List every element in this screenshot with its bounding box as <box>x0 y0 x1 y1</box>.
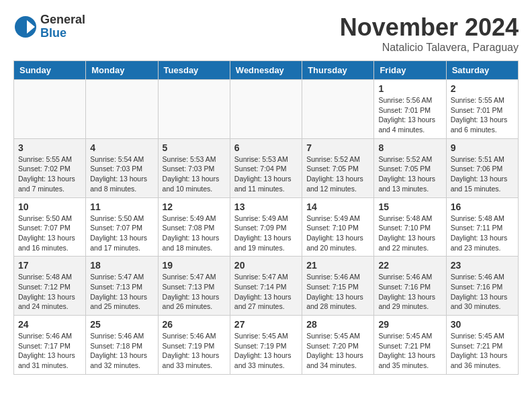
table-row: 13Sunrise: 5:49 AM Sunset: 7:09 PM Dayli… <box>230 197 302 257</box>
day-info: Sunrise: 5:53 AM Sunset: 7:03 PM Dayligh… <box>163 154 226 194</box>
day-info: Sunrise: 5:54 AM Sunset: 7:03 PM Dayligh… <box>90 154 153 194</box>
day-info: Sunrise: 5:46 AM Sunset: 7:17 PM Dayligh… <box>18 331 81 371</box>
page-header: General Blue November 2024 Natalicio Tal… <box>13 13 519 54</box>
day-number: 5 <box>163 142 226 153</box>
calendar-week-row: 17Sunrise: 5:48 AM Sunset: 7:12 PM Dayli… <box>14 257 519 316</box>
day-info: Sunrise: 5:47 AM Sunset: 7:13 PM Dayligh… <box>90 272 153 312</box>
day-number: 1 <box>378 83 441 94</box>
logo-blue: Blue <box>40 27 85 40</box>
day-number: 14 <box>306 201 369 212</box>
calendar-week-row: 1Sunrise: 5:56 AM Sunset: 7:01 PM Daylig… <box>14 80 519 139</box>
table-row: 21Sunrise: 5:46 AM Sunset: 7:15 PM Dayli… <box>302 257 374 316</box>
day-info: Sunrise: 5:55 AM Sunset: 7:01 PM Dayligh… <box>451 95 514 135</box>
logo-icon <box>13 15 38 39</box>
day-number: 8 <box>378 142 441 153</box>
calendar-week-row: 10Sunrise: 5:50 AM Sunset: 7:07 PM Dayli… <box>14 197 519 257</box>
day-number: 6 <box>234 142 298 153</box>
day-info: Sunrise: 5:46 AM Sunset: 7:16 PM Dayligh… <box>451 272 514 312</box>
day-info: Sunrise: 5:50 AM Sunset: 7:07 PM Dayligh… <box>90 214 153 253</box>
day-number: 20 <box>234 260 298 271</box>
table-row: 12Sunrise: 5:49 AM Sunset: 7:08 PM Dayli… <box>158 197 230 257</box>
header-wednesday: Wednesday <box>230 61 302 80</box>
day-info: Sunrise: 5:45 AM Sunset: 7:20 PM Dayligh… <box>306 331 369 371</box>
day-info: Sunrise: 5:49 AM Sunset: 7:08 PM Dayligh… <box>163 214 226 253</box>
table-row: 25Sunrise: 5:46 AM Sunset: 7:18 PM Dayli… <box>86 316 158 375</box>
table-row: 11Sunrise: 5:50 AM Sunset: 7:07 PM Dayli… <box>86 197 158 257</box>
day-info: Sunrise: 5:52 AM Sunset: 7:05 PM Dayligh… <box>306 154 369 194</box>
calendar-title-section: November 2024 Natalicio Talavera, Paragu… <box>340 13 519 54</box>
day-number: 13 <box>234 201 298 212</box>
table-row: 16Sunrise: 5:48 AM Sunset: 7:11 PM Dayli… <box>446 197 518 257</box>
day-number: 3 <box>18 142 81 153</box>
table-row: 29Sunrise: 5:45 AM Sunset: 7:21 PM Dayli… <box>374 316 446 375</box>
header-monday: Monday <box>86 61 158 80</box>
table-row: 2Sunrise: 5:55 AM Sunset: 7:01 PM Daylig… <box>446 80 518 139</box>
table-row: 10Sunrise: 5:50 AM Sunset: 7:07 PM Dayli… <box>14 197 86 257</box>
table-row: 18Sunrise: 5:47 AM Sunset: 7:13 PM Dayli… <box>86 257 158 316</box>
day-info: Sunrise: 5:46 AM Sunset: 7:19 PM Dayligh… <box>163 331 226 371</box>
header-friday: Friday <box>374 61 446 80</box>
table-row: 5Sunrise: 5:53 AM Sunset: 7:03 PM Daylig… <box>158 138 230 197</box>
table-row: 6Sunrise: 5:53 AM Sunset: 7:04 PM Daylig… <box>230 138 302 197</box>
day-info: Sunrise: 5:52 AM Sunset: 7:05 PM Dayligh… <box>378 154 441 194</box>
day-info: Sunrise: 5:46 AM Sunset: 7:18 PM Dayligh… <box>90 331 153 371</box>
day-info: Sunrise: 5:50 AM Sunset: 7:07 PM Dayligh… <box>18 214 81 253</box>
table-row: 4Sunrise: 5:54 AM Sunset: 7:03 PM Daylig… <box>86 138 158 197</box>
table-row <box>302 80 374 139</box>
table-row: 27Sunrise: 5:45 AM Sunset: 7:19 PM Dayli… <box>230 316 302 375</box>
logo: General Blue <box>13 13 85 40</box>
day-number: 27 <box>234 319 298 330</box>
table-row: 22Sunrise: 5:46 AM Sunset: 7:16 PM Dayli… <box>374 257 446 316</box>
table-row: 14Sunrise: 5:49 AM Sunset: 7:10 PM Dayli… <box>302 197 374 257</box>
table-row: 7Sunrise: 5:52 AM Sunset: 7:05 PM Daylig… <box>302 138 374 197</box>
day-info: Sunrise: 5:46 AM Sunset: 7:16 PM Dayligh… <box>378 272 441 312</box>
day-number: 23 <box>451 260 514 271</box>
day-info: Sunrise: 5:51 AM Sunset: 7:06 PM Dayligh… <box>451 154 514 194</box>
day-info: Sunrise: 5:45 AM Sunset: 7:19 PM Dayligh… <box>234 331 298 371</box>
table-row: 20Sunrise: 5:47 AM Sunset: 7:14 PM Dayli… <box>230 257 302 316</box>
calendar-week-row: 24Sunrise: 5:46 AM Sunset: 7:17 PM Dayli… <box>14 316 519 375</box>
day-info: Sunrise: 5:55 AM Sunset: 7:02 PM Dayligh… <box>18 154 81 194</box>
table-row <box>86 80 158 139</box>
day-number: 30 <box>451 319 514 330</box>
day-number: 18 <box>90 260 153 271</box>
table-row: 19Sunrise: 5:47 AM Sunset: 7:13 PM Dayli… <box>158 257 230 316</box>
table-row: 24Sunrise: 5:46 AM Sunset: 7:17 PM Dayli… <box>14 316 86 375</box>
day-info: Sunrise: 5:45 AM Sunset: 7:21 PM Dayligh… <box>451 331 514 371</box>
day-header-row: Sunday Monday Tuesday Wednesday Thursday… <box>14 61 519 80</box>
table-row <box>230 80 302 139</box>
day-number: 28 <box>306 319 369 330</box>
day-info: Sunrise: 5:47 AM Sunset: 7:14 PM Dayligh… <box>234 272 298 312</box>
header-thursday: Thursday <box>302 61 374 80</box>
logo-general: General <box>40 13 85 26</box>
day-number: 16 <box>451 201 514 212</box>
day-number: 25 <box>90 319 153 330</box>
day-number: 11 <box>90 201 153 212</box>
day-number: 4 <box>90 142 153 153</box>
day-info: Sunrise: 5:48 AM Sunset: 7:11 PM Dayligh… <box>451 214 514 253</box>
table-row: 26Sunrise: 5:46 AM Sunset: 7:19 PM Dayli… <box>158 316 230 375</box>
day-number: 7 <box>306 142 369 153</box>
header-tuesday: Tuesday <box>158 61 230 80</box>
header-saturday: Saturday <box>446 61 518 80</box>
day-number: 10 <box>18 201 81 212</box>
day-number: 17 <box>18 260 81 271</box>
day-info: Sunrise: 5:48 AM Sunset: 7:10 PM Dayligh… <box>378 214 441 253</box>
calendar-week-row: 3Sunrise: 5:55 AM Sunset: 7:02 PM Daylig… <box>14 138 519 197</box>
table-row: 17Sunrise: 5:48 AM Sunset: 7:12 PM Dayli… <box>14 257 86 316</box>
day-info: Sunrise: 5:48 AM Sunset: 7:12 PM Dayligh… <box>18 272 81 312</box>
calendar-table: Sunday Monday Tuesday Wednesday Thursday… <box>13 60 519 375</box>
day-number: 24 <box>18 319 81 330</box>
table-row: 1Sunrise: 5:56 AM Sunset: 7:01 PM Daylig… <box>374 80 446 139</box>
day-number: 22 <box>378 260 441 271</box>
day-number: 26 <box>163 319 226 330</box>
month-title: November 2024 <box>340 13 519 42</box>
location-title: Natalicio Talavera, Paraguay <box>340 42 519 54</box>
day-info: Sunrise: 5:46 AM Sunset: 7:15 PM Dayligh… <box>306 272 369 312</box>
day-number: 29 <box>378 319 441 330</box>
day-number: 19 <box>163 260 226 271</box>
day-info: Sunrise: 5:49 AM Sunset: 7:09 PM Dayligh… <box>234 214 298 253</box>
table-row: 23Sunrise: 5:46 AM Sunset: 7:16 PM Dayli… <box>446 257 518 316</box>
day-number: 9 <box>451 142 514 153</box>
day-number: 21 <box>306 260 369 271</box>
